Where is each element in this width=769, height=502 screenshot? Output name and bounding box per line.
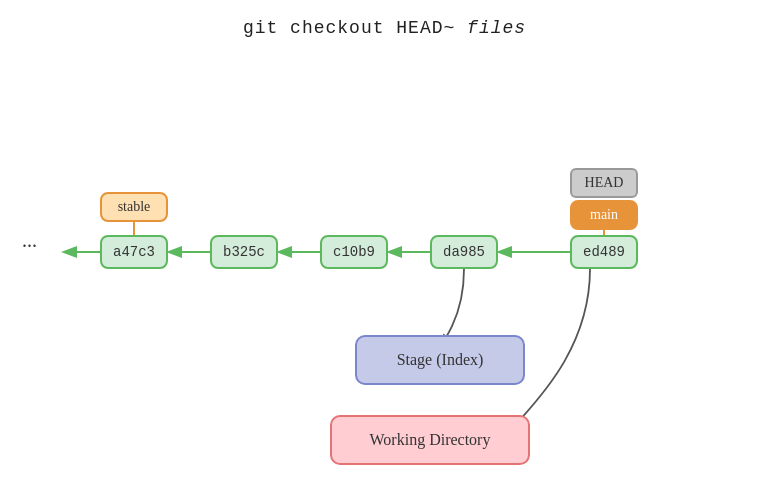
workdir-box: Working Directory — [330, 415, 530, 465]
label-head: HEAD — [570, 168, 638, 198]
title-italic: files — [467, 18, 526, 38]
title-prefix: git checkout HEAD~ — [243, 18, 467, 38]
stage-box: Stage (Index) — [355, 335, 525, 385]
commit-da985: da985 — [430, 235, 498, 269]
commit-a47c3: a47c3 — [100, 235, 168, 269]
label-main: main — [570, 200, 638, 230]
commit-c10b9: c10b9 — [320, 235, 388, 269]
diagram: ··· a47c3 b325c c10b9 da985 ed489 stable… — [0, 60, 769, 502]
commit-b325c: b325c — [210, 235, 278, 269]
commit-ed489: ed489 — [570, 235, 638, 269]
page-title: git checkout HEAD~ files — [0, 0, 769, 38]
label-stable: stable — [100, 192, 168, 222]
ellipsis: ··· — [22, 235, 37, 258]
